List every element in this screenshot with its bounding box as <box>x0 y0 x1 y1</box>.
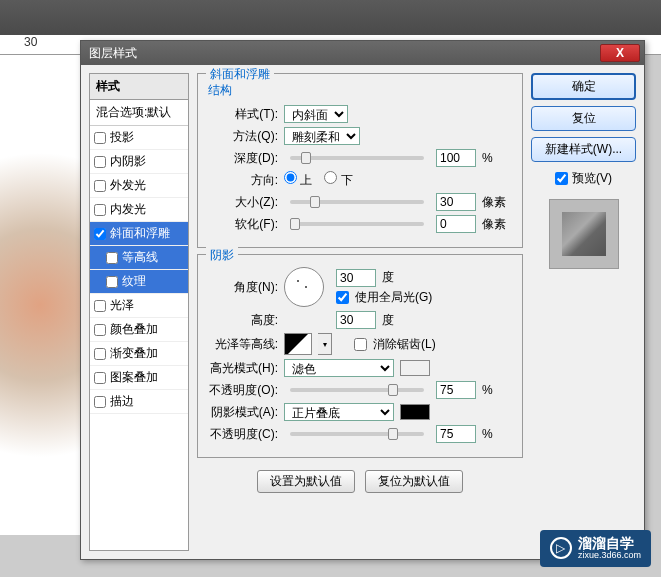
checkbox[interactable] <box>94 228 106 240</box>
style-label: 外发光 <box>110 177 146 194</box>
bevel-fieldset: 斜面和浮雕 结构 样式(T): 内斜面 方法(Q): 雕刻柔和 深度(D): % <box>197 73 523 248</box>
style-select[interactable]: 内斜面 <box>284 105 348 123</box>
make-default-button[interactable]: 设置为默认值 <box>257 470 355 493</box>
style-drop-shadow[interactable]: 投影 <box>90 126 188 150</box>
checkbox[interactable] <box>94 180 106 192</box>
checkbox[interactable] <box>94 348 106 360</box>
bevel-legend: 斜面和浮雕 <box>206 66 274 83</box>
radio-up[interactable] <box>284 171 297 184</box>
style-texture[interactable]: 纹理 <box>90 270 188 294</box>
global-light-checkbox[interactable] <box>336 291 349 304</box>
checkbox[interactable] <box>106 252 118 264</box>
style-satin[interactable]: 光泽 <box>90 294 188 318</box>
highlight-opacity-input[interactable] <box>436 381 476 399</box>
shading-legend: 阴影 <box>206 247 238 264</box>
chevron-down-icon[interactable]: ▾ <box>318 333 332 355</box>
preview-thumbnail <box>549 199 619 269</box>
direction-down[interactable]: 下 <box>324 171 352 189</box>
style-outer-glow[interactable]: 外发光 <box>90 174 188 198</box>
altitude-unit: 度 <box>382 312 412 329</box>
dialog-title: 图层样式 <box>89 45 137 62</box>
depth-slider[interactable] <box>290 156 424 160</box>
structure-label: 结构 <box>208 82 512 99</box>
styles-header[interactable]: 样式 <box>90 74 188 100</box>
global-light-label: 使用全局光(G) <box>355 289 432 306</box>
antialias-label: 消除锯齿(L) <box>373 336 436 353</box>
shadow-opacity-slider[interactable] <box>290 432 424 436</box>
style-color-overlay[interactable]: 颜色叠加 <box>90 318 188 342</box>
soften-input[interactable] <box>436 215 476 233</box>
layer-style-dialog: 图层样式 X 样式 混合选项:默认 投影 内阴影 外发光 内发光 斜面和浮雕 等… <box>80 40 645 560</box>
checkbox[interactable] <box>94 372 106 384</box>
size-input[interactable] <box>436 193 476 211</box>
defaults-row: 设置为默认值 复位为默认值 <box>197 470 523 493</box>
ok-button[interactable]: 确定 <box>531 73 636 100</box>
soften-slider[interactable] <box>290 222 424 226</box>
style-label: 等高线 <box>122 249 158 266</box>
close-icon: X <box>616 46 624 60</box>
size-slider[interactable] <box>290 200 424 204</box>
checkbox[interactable] <box>94 132 106 144</box>
angle-input[interactable] <box>336 269 376 287</box>
shadow-opacity-label: 不透明度(C): <box>208 426 278 443</box>
style-label: 纹理 <box>122 273 146 290</box>
highlight-mode-select[interactable]: 滤色 <box>284 359 394 377</box>
angle-label: 角度(N): <box>208 279 278 296</box>
highlight-color-swatch[interactable] <box>400 360 430 376</box>
preview-label: 预览(V) <box>572 170 612 187</box>
shadow-mode-select[interactable]: 正片叠底 <box>284 403 394 421</box>
cancel-button[interactable]: 复位 <box>531 106 636 131</box>
size-unit: 像素 <box>482 194 512 211</box>
highlight-opacity-unit: % <box>482 383 512 397</box>
checkbox[interactable] <box>106 276 118 288</box>
shadow-opacity-unit: % <box>482 427 512 441</box>
direction-up[interactable]: 上 <box>284 171 312 189</box>
preview-checkbox[interactable] <box>555 172 568 185</box>
depth-input[interactable] <box>436 149 476 167</box>
shadow-color-swatch[interactable] <box>400 404 430 420</box>
blend-options[interactable]: 混合选项:默认 <box>90 100 188 126</box>
highlight-opacity-label: 不透明度(O): <box>208 382 278 399</box>
radio-down[interactable] <box>324 171 337 184</box>
checkbox[interactable] <box>94 300 106 312</box>
style-gradient-overlay[interactable]: 渐变叠加 <box>90 342 188 366</box>
technique-label: 方法(Q): <box>208 128 278 145</box>
gloss-contour-swatch[interactable] <box>284 333 312 355</box>
dialog-titlebar[interactable]: 图层样式 X <box>81 41 644 65</box>
angle-dial[interactable] <box>284 267 324 307</box>
shadow-opacity-input[interactable] <box>436 425 476 443</box>
depth-label: 深度(D): <box>208 150 278 167</box>
style-contour[interactable]: 等高线 <box>90 246 188 270</box>
highlight-opacity-slider[interactable] <box>290 388 424 392</box>
dialog-buttons: 确定 复位 新建样式(W)... 预览(V) <box>531 73 636 551</box>
antialias-checkbox[interactable] <box>354 338 367 351</box>
altitude-label: 高度: <box>208 312 278 329</box>
ruler-mark: 30 <box>24 35 37 49</box>
style-stroke[interactable]: 描边 <box>90 390 188 414</box>
style-pattern-overlay[interactable]: 图案叠加 <box>90 366 188 390</box>
style-bevel-emboss[interactable]: 斜面和浮雕 <box>90 222 188 246</box>
technique-select[interactable]: 雕刻柔和 <box>284 127 360 145</box>
play-icon: ▷ <box>550 537 572 559</box>
style-label: 光泽 <box>110 297 134 314</box>
style-inner-shadow[interactable]: 内阴影 <box>90 150 188 174</box>
reset-default-button[interactable]: 复位为默认值 <box>365 470 463 493</box>
close-button[interactable]: X <box>600 44 640 62</box>
style-label: 投影 <box>110 129 134 146</box>
styles-list: 样式 混合选项:默认 投影 内阴影 外发光 内发光 斜面和浮雕 等高线 纹理 光… <box>89 73 189 551</box>
checkbox[interactable] <box>94 204 106 216</box>
checkbox[interactable] <box>94 396 106 408</box>
altitude-input[interactable] <box>336 311 376 329</box>
new-style-button[interactable]: 新建样式(W)... <box>531 137 636 162</box>
style-label: 渐变叠加 <box>110 345 158 362</box>
highlight-mode-label: 高光模式(H): <box>208 360 278 377</box>
checkbox[interactable] <box>94 156 106 168</box>
checkbox[interactable] <box>94 324 106 336</box>
style-inner-glow[interactable]: 内发光 <box>90 198 188 222</box>
settings-panel: 斜面和浮雕 结构 样式(T): 内斜面 方法(Q): 雕刻柔和 深度(D): % <box>197 73 523 551</box>
style-label: 图案叠加 <box>110 369 158 386</box>
style-label: 颜色叠加 <box>110 321 158 338</box>
size-label: 大小(Z): <box>208 194 278 211</box>
angle-unit: 度 <box>382 269 412 286</box>
watermark-url: zixue.3d66.com <box>578 551 641 561</box>
